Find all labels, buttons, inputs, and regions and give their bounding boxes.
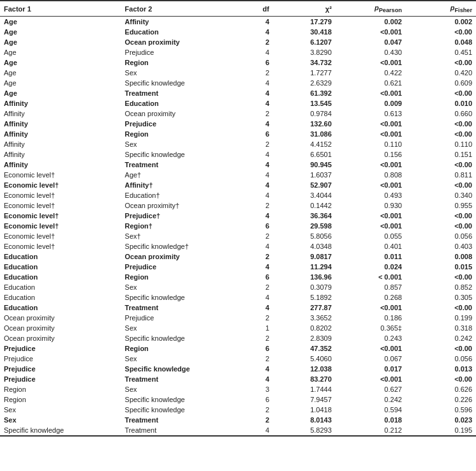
- cell-ppearson: 0.055: [336, 231, 406, 241]
- table-row: Economic level†Affinity†452.907<0.001<0.…: [0, 180, 476, 190]
- cell-factor2: Affinity†: [121, 180, 242, 190]
- cell-df: 6: [242, 57, 273, 68]
- cell-factor2: Prejudice: [121, 47, 242, 57]
- cell-ppearson: 0.017: [336, 364, 406, 374]
- table-row: RegionSpecific knowledge67.94570.2420.22…: [0, 394, 476, 405]
- cell-df: 2: [242, 68, 273, 78]
- cell-pfisher: 0.340: [406, 190, 476, 200]
- cell-chi2: 132.60: [273, 119, 336, 129]
- cell-factor2: Sex: [121, 68, 242, 78]
- cell-factor1: Economic level†: [0, 200, 121, 211]
- cell-df: 4: [242, 211, 273, 221]
- cell-factor1: Sex: [0, 415, 121, 425]
- cell-df: 2: [242, 354, 273, 364]
- cell-factor2: Ocean proximity: [121, 251, 242, 262]
- table-row: Economic level†Region†629.598<0.001<0.00: [0, 221, 476, 231]
- cell-factor1: Age: [0, 88, 121, 98]
- cell-chi2: 11.294: [273, 262, 336, 272]
- cell-chi2: 1.6037: [273, 170, 336, 180]
- cell-chi2: 6.6501: [273, 149, 336, 160]
- cell-pfisher: 0.609: [406, 78, 476, 88]
- cell-pfisher: 0.008: [406, 251, 476, 262]
- cell-ppearson: 0.018: [336, 415, 406, 425]
- cell-factor2: Education†: [121, 190, 242, 200]
- cell-chi2: 31.086: [273, 129, 336, 139]
- cell-factor2: Prejudice: [121, 313, 242, 323]
- cell-df: 2: [242, 37, 273, 47]
- cell-factor1: Age: [0, 78, 121, 88]
- cell-pfisher: <0.00: [406, 160, 476, 170]
- cell-factor1: Prejudice: [0, 343, 121, 354]
- cell-factor1: Prejudice: [0, 374, 121, 384]
- cell-df: 4: [242, 364, 273, 374]
- cell-factor1: Prejudice: [0, 354, 121, 364]
- cell-chi2: 136.96: [273, 272, 336, 282]
- table-row: EducationOcean proximity29.08170.0110.00…: [0, 251, 476, 262]
- cell-df: 4: [242, 262, 273, 272]
- cell-pfisher: 0.955: [406, 200, 476, 211]
- cell-factor2: Region: [121, 272, 242, 282]
- cell-ppearson: 0.002: [336, 17, 406, 27]
- cell-pfisher: 0.010: [406, 98, 476, 108]
- cell-factor1: Education: [0, 282, 121, 292]
- cell-ppearson: 0.430: [336, 47, 406, 57]
- table-row: Economic level†Age†41.60370.8080.811: [0, 170, 476, 180]
- table-row: AffinitySex24.41520.1100.110: [0, 139, 476, 149]
- cell-df: 4: [242, 17, 273, 27]
- cell-chi2: 0.1442: [273, 200, 336, 211]
- header-pfisher: pFisher: [406, 1, 476, 17]
- cell-df: 2: [242, 251, 273, 262]
- cell-df: 4: [242, 119, 273, 129]
- cell-pfisher: <0.00: [406, 272, 476, 282]
- table-row: SexTreatment28.01430.0180.023: [0, 415, 476, 425]
- cell-pfisher: <0.00: [406, 57, 476, 68]
- cell-factor1: Ocean proximity: [0, 333, 121, 343]
- cell-chi2: 13.545: [273, 98, 336, 108]
- cell-ppearson: 0.493: [336, 190, 406, 200]
- cell-ppearson: 0.422: [336, 68, 406, 78]
- cell-factor1: Economic level†: [0, 231, 121, 241]
- table-row: AgeSpecific knowledge42.63290.6210.609: [0, 78, 476, 88]
- cell-ppearson: 0.594: [336, 405, 406, 415]
- cell-df: 4: [242, 241, 273, 251]
- cell-factor1: Affinity: [0, 119, 121, 129]
- cell-df: 6: [242, 343, 273, 354]
- cell-pfisher: <0.00: [406, 221, 476, 231]
- table-row: AgeOcean proximity26.12070.0470.048: [0, 37, 476, 47]
- cell-pfisher: 0.226: [406, 394, 476, 405]
- table-row: EducationTreatment4277.87<0.001<0.00: [0, 303, 476, 313]
- table-row: AffinitySpecific knowledge46.65010.1560.…: [0, 149, 476, 160]
- cell-df: 4: [242, 170, 273, 180]
- cell-chi2: 0.8202: [273, 323, 336, 333]
- cell-factor1: Age: [0, 37, 121, 47]
- cell-pfisher: 0.002: [406, 17, 476, 27]
- cell-chi2: 90.945: [273, 160, 336, 170]
- cell-chi2: 47.352: [273, 343, 336, 354]
- cell-df: 4: [242, 374, 273, 384]
- cell-factor2: Specific knowledge: [121, 394, 242, 405]
- table-row: AffinityTreatment490.945<0.001<0.00: [0, 160, 476, 170]
- cell-ppearson: 0.808: [336, 170, 406, 180]
- cell-chi2: 5.8056: [273, 231, 336, 241]
- cell-factor1: Affinity: [0, 108, 121, 119]
- cell-factor2: Region†: [121, 221, 242, 231]
- cell-pfisher: 0.048: [406, 37, 476, 47]
- cell-pfisher: 0.420: [406, 68, 476, 78]
- header-factor1: Factor 1: [0, 1, 121, 17]
- cell-factor1: Ocean proximity: [0, 313, 121, 323]
- cell-ppearson: 0.243: [336, 333, 406, 343]
- table-row: Economic level†Specific knowledge†44.034…: [0, 241, 476, 251]
- cell-factor1: Ocean proximity: [0, 323, 121, 333]
- cell-ppearson: 0.186: [336, 313, 406, 323]
- table-row: AgeSex21.72770.4220.420: [0, 68, 476, 78]
- cell-factor1: Age: [0, 68, 121, 78]
- cell-ppearson: 0.627: [336, 384, 406, 394]
- cell-factor1: Region: [0, 394, 121, 405]
- cell-df: 2: [242, 313, 273, 323]
- table-row: Economic level†Sex†25.80560.0550.056: [0, 231, 476, 241]
- cell-pfisher: <0.00: [406, 27, 476, 37]
- header-chi2: χ²: [273, 1, 336, 17]
- table-row: PrejudiceSex25.40600.0670.056: [0, 354, 476, 364]
- cell-df: 4: [242, 160, 273, 170]
- cell-factor1: Economic level†: [0, 221, 121, 231]
